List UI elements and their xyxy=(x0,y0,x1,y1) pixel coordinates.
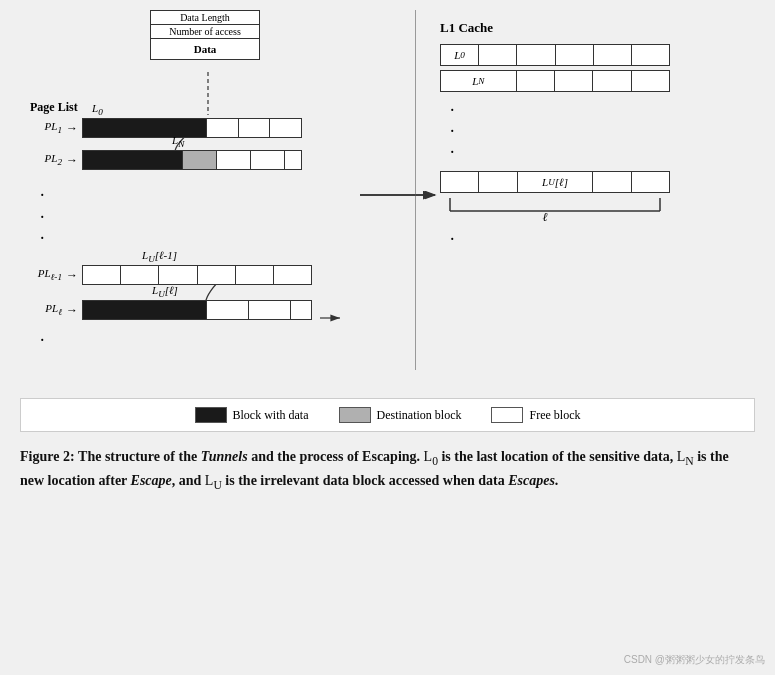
pll1-w3 xyxy=(159,266,197,284)
right-section: L1 Cache L0 LN xyxy=(440,20,720,250)
pll1-w4 xyxy=(198,266,236,284)
cache-lo-c4 xyxy=(594,45,632,65)
cache-ln-c4 xyxy=(632,71,669,91)
cache-lo-c1 xyxy=(479,45,517,65)
legend-item-black: Block with data xyxy=(195,407,309,423)
cache-lul-label: LU[ℓ] xyxy=(518,172,594,192)
pl1-label: PL1 xyxy=(30,120,62,135)
legend: Block with data Destination block Free b… xyxy=(20,398,755,432)
pll1-w2 xyxy=(121,266,159,284)
pl1-cell-black xyxy=(83,119,207,137)
pl1-row-container: PL1 → L0 xyxy=(30,118,302,138)
pl2-row-container: PL2 → LN xyxy=(30,150,302,170)
pll1-w6 xyxy=(274,266,311,284)
data-box-container: Data Length Number of access Data xyxy=(150,10,260,60)
cache-lul-c3 xyxy=(632,172,669,192)
pll-w1 xyxy=(207,301,249,319)
pl1-cell-w1 xyxy=(207,119,239,137)
bracket-svg: ℓ xyxy=(440,193,670,221)
legend-label-gray: Destination block xyxy=(377,408,462,423)
cache-ln-c3 xyxy=(593,71,631,91)
cache-lo-label: L0 xyxy=(441,45,479,65)
legend-swatch-black xyxy=(195,407,227,423)
pll-w2 xyxy=(249,301,291,319)
cache-lo-c3 xyxy=(556,45,594,65)
pll-arrow: → xyxy=(66,303,78,318)
diagram-area: Data Length Number of access Data Page L… xyxy=(20,10,755,390)
cache-lul-c1 xyxy=(479,172,517,192)
lo-label-1: L0 xyxy=(92,102,103,117)
watermark: CSDN @粥粥粥少女的拧发条鸟 xyxy=(624,653,765,667)
data-box: Data Length Number of access Data xyxy=(150,10,260,60)
pl2-mem-row xyxy=(82,150,302,170)
left-section: Data Length Number of access Data Page L… xyxy=(20,10,400,390)
dots-right-upper: ··· xyxy=(450,100,720,163)
pll1-arrow: → xyxy=(66,268,78,283)
cache-lul-c2 xyxy=(593,172,631,192)
cache-lul-c0 xyxy=(441,172,479,192)
pl1-mem-row xyxy=(82,118,302,138)
pl1-cell-w2 xyxy=(239,119,271,137)
pll-row-container: PLℓ → LU[ℓ] xyxy=(30,300,312,320)
legend-swatch-gray xyxy=(339,407,371,423)
cache-lul-row: LU[ℓ] xyxy=(440,171,670,193)
data-box-row3: Data xyxy=(151,39,259,59)
pl2-arrow: → xyxy=(66,153,78,168)
cache-ln-c1 xyxy=(517,71,555,91)
legend-label-black: Block with data xyxy=(233,408,309,423)
svg-text:ℓ: ℓ xyxy=(543,210,548,221)
data-box-row2: Number of access xyxy=(151,25,259,39)
caption-text1: The structure of the xyxy=(78,449,201,464)
caption-text2: and the process of Escaping. xyxy=(248,449,424,464)
cache-ln-container: LN xyxy=(440,70,720,92)
legend-label-white: Free block xyxy=(529,408,580,423)
caption-figure: Figure 2: xyxy=(20,449,75,464)
pl2-cell-w2 xyxy=(251,151,285,169)
lul-label: LU[ℓ] xyxy=(152,284,178,299)
l1-cache-label: L1 Cache xyxy=(440,20,720,36)
data-box-row1: Data Length xyxy=(151,11,259,25)
cache-ln-row: LN xyxy=(440,70,670,92)
cache-lul-container: LU[ℓ] ℓ xyxy=(440,171,720,225)
caption: Figure 2: The structure of the Tunnels a… xyxy=(20,440,755,495)
main-arrow xyxy=(360,185,445,205)
page-list-label: Page List xyxy=(30,100,78,115)
pl2-cell-black xyxy=(83,151,183,169)
pll1-row-container: PLℓ-1 → LU[ℓ-1] xyxy=(30,265,312,285)
pll-cell-black xyxy=(83,301,207,319)
legend-item-white: Free block xyxy=(491,407,580,423)
pl2-label: PL2 xyxy=(30,152,62,167)
cache-ln-c2 xyxy=(555,71,593,91)
lul1-label: LU[ℓ-1] xyxy=(142,249,177,264)
pll1-label: PLℓ-1 xyxy=(30,267,62,282)
pll-label: PLℓ xyxy=(30,302,62,317)
caption-tunnels: Tunnels xyxy=(201,449,248,464)
cache-lo-c2 xyxy=(517,45,555,65)
pll1-w5 xyxy=(236,266,274,284)
main-container: Data Length Number of access Data Page L… xyxy=(0,0,775,675)
legend-swatch-white xyxy=(491,407,523,423)
pl2-cell-w1 xyxy=(217,151,251,169)
ln-label: LN xyxy=(172,134,184,149)
cache-lo-c5 xyxy=(632,45,669,65)
pll-w3 xyxy=(291,301,311,319)
cache-lo-container: L0 xyxy=(440,44,720,66)
pll-mem-row xyxy=(82,300,312,320)
cache-lo-row: L0 xyxy=(440,44,670,66)
dots-lower-left: · xyxy=(40,330,45,351)
dots-upper: ··· xyxy=(40,185,45,250)
dots-right-lower: · xyxy=(450,229,720,250)
pll1-mem-row xyxy=(82,265,312,285)
pl2-cell-w3 xyxy=(285,151,301,169)
pl1-arrow: → xyxy=(66,121,78,136)
pl2-cell-gray xyxy=(183,151,217,169)
legend-item-gray: Destination block xyxy=(339,407,462,423)
pl1-cell-w3 xyxy=(270,119,301,137)
cache-ln-label: LN xyxy=(441,71,517,91)
pll1-w1 xyxy=(83,266,121,284)
